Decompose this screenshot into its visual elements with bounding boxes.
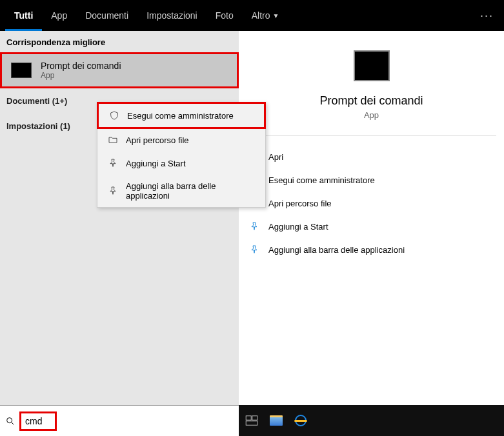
tab-more[interactable]: Altro ▼ <box>243 0 288 31</box>
preview-header: Prompt dei comandi App <box>247 44 496 136</box>
action-open-label: Apri <box>268 152 283 162</box>
ctx-run-as-admin-label: Esegui come amministratore <box>127 111 234 121</box>
action-pin-start-label: Aggiungi a Start <box>268 222 328 232</box>
ctx-pin-taskbar-label: Aggiungi alla barra delle applicazioni <box>126 181 255 201</box>
internet-explorer-icon[interactable] <box>294 414 307 427</box>
preview-subtitle: App <box>364 110 379 120</box>
file-explorer-icon[interactable] <box>270 414 283 427</box>
action-open-location[interactable]: Apri percorso file <box>247 192 496 215</box>
ctx-pin-taskbar[interactable]: Aggiungi alla barra delle applicazioni <box>97 175 265 207</box>
action-pin-taskbar-label: Aggiungi alla barra delle applicazioni <box>268 245 405 255</box>
taskbar <box>0 405 504 436</box>
preview-panel: Prompt dei comandi App Apri Esegui come … <box>239 31 504 405</box>
svg-point-1 <box>7 417 12 422</box>
tab-documents[interactable]: Documenti <box>76 0 137 31</box>
best-match-text: Prompt dei comandi App <box>41 61 121 80</box>
tab-app[interactable]: App <box>42 0 76 31</box>
action-run-admin-label: Esegui come amministratore <box>268 175 375 185</box>
action-open[interactable]: Apri <box>247 145 496 168</box>
tab-more-label: Altro <box>252 10 270 21</box>
svg-rect-4 <box>246 421 257 425</box>
action-list: Apri Esegui come amministratore Apri per… <box>247 143 496 264</box>
search-area <box>0 405 239 436</box>
shield-icon <box>109 110 119 121</box>
pin-icon <box>249 221 259 232</box>
search-icon <box>5 416 15 426</box>
ctx-open-location-label: Apri percorso file <box>126 135 189 145</box>
cmd-icon <box>11 63 32 78</box>
folder-open-icon <box>108 135 118 145</box>
best-match-result[interactable]: Prompt dei comandi App <box>0 52 239 88</box>
search-box[interactable] <box>19 411 57 431</box>
best-match-heading: Corrispondenza migliore <box>0 31 239 52</box>
pin-taskbar-icon <box>249 244 259 255</box>
task-view-icon[interactable] <box>245 414 258 427</box>
main-area: Corrispondenza migliore Prompt dei coman… <box>0 31 504 405</box>
ctx-run-as-admin[interactable]: Esegui come amministratore <box>97 102 266 129</box>
best-match-title: Prompt dei comandi <box>41 61 121 71</box>
tab-all[interactable]: Tutti <box>5 0 42 31</box>
context-menu: Esegui come amministratore Apri percorso… <box>97 102 266 208</box>
action-open-location-label: Apri percorso file <box>268 199 332 208</box>
action-run-admin[interactable]: Esegui come amministratore <box>247 168 496 192</box>
taskbar-right <box>239 405 504 436</box>
preview-cmd-icon <box>354 50 390 81</box>
ctx-pin-start[interactable]: Aggiungi a Start <box>97 152 265 175</box>
svg-rect-2 <box>246 416 251 420</box>
ctx-pin-start-label: Aggiungi a Start <box>126 159 186 168</box>
action-pin-start[interactable]: Aggiungi a Start <box>247 215 496 238</box>
search-tabs: Tutti App Documenti Impostazioni Foto Al… <box>0 0 504 31</box>
chevron-down-icon: ▼ <box>273 12 279 19</box>
svg-rect-3 <box>252 416 257 420</box>
results-panel: Corrispondenza migliore Prompt dei coman… <box>0 31 239 405</box>
preview-title: Prompt dei comandi <box>319 94 423 108</box>
ctx-open-location[interactable]: Apri percorso file <box>97 128 265 152</box>
pin-icon <box>108 158 118 168</box>
action-pin-taskbar[interactable]: Aggiungi alla barra delle applicazioni <box>247 238 496 261</box>
best-match-subtitle: App <box>41 71 121 80</box>
more-options-button[interactable]: ··· <box>480 9 494 23</box>
pin-taskbar-icon <box>108 186 118 196</box>
search-input[interactable] <box>25 416 51 426</box>
tab-settings[interactable]: Impostazioni <box>137 0 207 31</box>
tab-photos[interactable]: Foto <box>207 0 243 31</box>
